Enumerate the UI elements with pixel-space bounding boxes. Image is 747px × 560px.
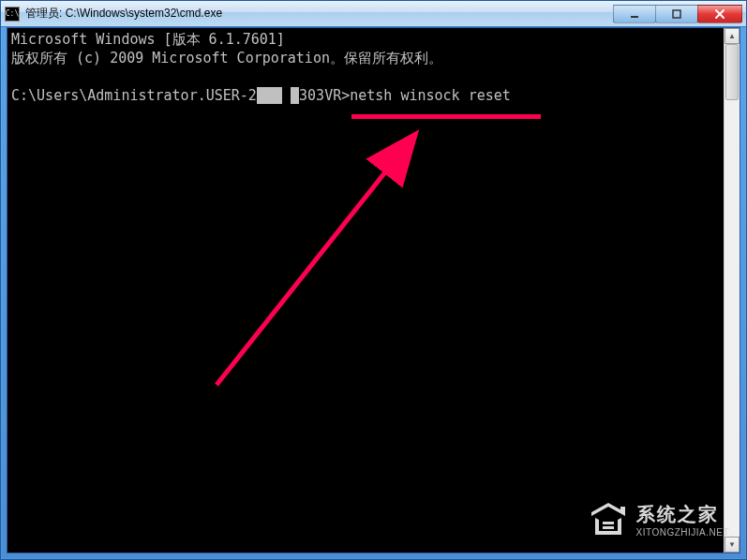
content-area: Microsoft Windows [版本 6.1.7601] 版权所有 (c)… — [7, 27, 740, 553]
svg-rect-4 — [603, 522, 614, 524]
vertical-scrollbar[interactable]: ▲ ▼ — [724, 28, 740, 553]
redacted-1 — [257, 87, 282, 104]
command-text: netsh winsock reset — [350, 87, 511, 104]
maximize-button[interactable] — [655, 5, 698, 23]
window-title: 管理员: C:\Windows\system32\cmd.exe — [25, 6, 614, 22]
close-icon — [714, 8, 725, 20]
prompt-path-1: C:\Users\Administrator.USER-2 — [11, 87, 257, 104]
svg-rect-5 — [603, 526, 614, 529]
maximize-icon — [671, 8, 682, 20]
watermark-url: XITONGZHIJIA.NET — [636, 527, 730, 538]
watermark-text: 系统之家 XITONGZHIJIA.NET — [636, 502, 730, 538]
watermark-title: 系统之家 — [636, 502, 730, 527]
annotation-underline — [351, 114, 541, 119]
cmd-icon-text: C:\ — [6, 9, 19, 18]
scroll-thumb[interactable] — [725, 44, 739, 100]
terminal-prompt-line: C:\Users\Administrator.USER-2 303VR>nets… — [11, 87, 511, 104]
svg-rect-1 — [673, 10, 680, 18]
minimize-icon — [629, 8, 640, 20]
watermark-logo-icon — [588, 499, 629, 540]
watermark: 系统之家 XITONGZHIJIA.NET — [588, 499, 730, 540]
scroll-up-button[interactable]: ▲ — [725, 28, 740, 44]
close-button[interactable] — [697, 5, 742, 23]
svg-rect-0 — [631, 16, 638, 18]
terminal-line-2: 版权所有 (c) 2009 Microsoft Corporation。保留所有… — [11, 50, 442, 66]
cmd-window: C:\ 管理员: C:\Windows\system32\cmd.exe Mi — [0, 0, 747, 560]
terminal-output[interactable]: Microsoft Windows [版本 6.1.7601] 版权所有 (c)… — [7, 28, 724, 553]
terminal-line-1: Microsoft Windows [版本 6.1.7601] — [11, 31, 285, 48]
scroll-track[interactable] — [725, 44, 740, 537]
minimize-button[interactable] — [613, 5, 656, 23]
redacted-2 — [291, 87, 299, 104]
prompt-path-2: 303VR> — [299, 87, 350, 104]
titlebar[interactable]: C:\ 管理员: C:\Windows\system32\cmd.exe — [1, 1, 746, 27]
cmd-icon: C:\ — [5, 7, 20, 22]
window-controls — [614, 5, 742, 23]
